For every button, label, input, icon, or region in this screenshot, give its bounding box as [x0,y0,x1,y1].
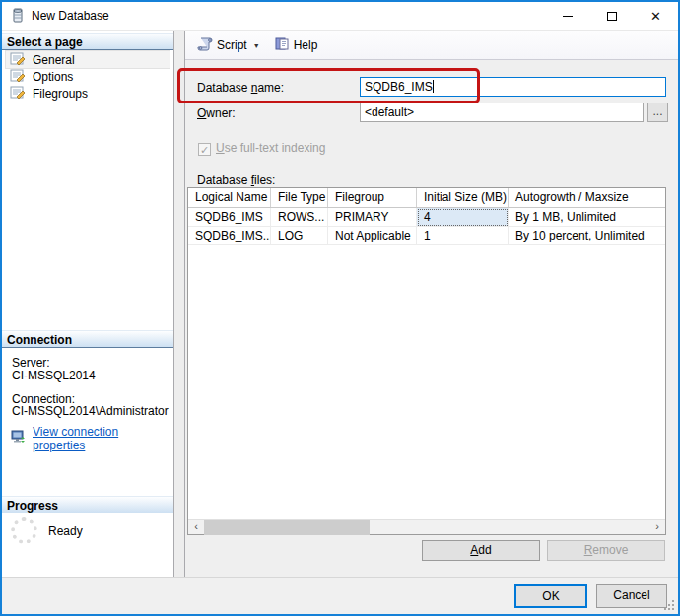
scroll-right-icon[interactable]: › [649,520,665,535]
select-a-page-header: Select a page [2,33,173,50]
script-button[interactable]: Script ▼ [193,34,270,56]
window-title: New Database [32,9,109,23]
column-header-file-type[interactable]: File Type [271,188,328,207]
check-icon: ✓ [200,144,209,156]
text-caret [433,80,434,93]
toolbar: Script ▼ Help [185,31,678,60]
table-row: SQDB6_IMS... LOG Not Applicable 1 By 10 … [188,227,665,245]
connection-header: Connection [2,330,173,348]
page-icon [10,51,26,69]
new-database-dialog: New Database ✕ Select a page [0,0,680,616]
script-label: Script [217,38,247,52]
cell-initial-size[interactable]: 4 [417,208,509,227]
scroll-left-icon[interactable]: ‹ [188,520,204,535]
page-icon [10,68,26,86]
view-connection-properties-link[interactable]: View connection properties [33,425,173,452]
scrollbar-thumb[interactable] [204,520,370,535]
close-button[interactable]: ✕ [634,2,678,30]
maximize-button[interactable] [589,2,634,30]
cell-autogrowth[interactable]: By 1 MB, Unlimited [509,208,665,227]
cell-initial-size[interactable]: 1 [417,227,509,245]
cell-file-type[interactable]: ROWS... [271,208,328,227]
sidebar-item-options[interactable]: Options [6,68,170,85]
fulltext-checkbox: ✓ [198,143,211,156]
column-header-filegroup[interactable]: Filegroup [328,188,417,207]
page-icon [10,85,26,103]
sidebar-item-general[interactable]: General [6,51,170,68]
cell-filegroup[interactable]: PRIMARY [328,208,417,227]
add-button[interactable]: Add [422,540,540,561]
cell-file-type[interactable]: LOG [271,227,328,245]
connection-value: CI-MSSQL2014\Administrator [12,404,169,418]
cell-filegroup[interactable]: Not Applicable [328,227,417,245]
column-header-logical-name[interactable]: Logical Name [188,188,271,207]
progress-status: Ready [48,524,83,538]
window-controls: ✕ [545,2,678,30]
horizontal-scrollbar[interactable]: ‹ › [188,519,665,534]
cell-logical-name[interactable]: SQDB6_IMS [188,208,271,227]
database-files-grid: Logical Name File Type Filegroup Initial… [187,187,666,535]
grid-header-row: Logical Name File Type Filegroup Initial… [188,188,665,208]
column-header-autogrowth[interactable]: Autogrowth / Maxsize [509,188,665,207]
fulltext-label: Use full-text indexing [216,141,325,155]
sidebar-item-label: General [33,53,75,67]
ok-button[interactable]: OK [514,584,587,608]
chevron-down-icon[interactable]: ▼ [253,42,260,49]
progress-spinner-icon [11,517,37,544]
resize-grip[interactable] [672,608,674,610]
sidebar-item-filegroups[interactable]: Filegroups [6,85,170,102]
minimize-button[interactable] [545,2,589,30]
server-value: CI-MSSQL2014 [12,369,96,382]
general-page-panel: Script ▼ Help Da [185,31,678,577]
connection-properties-icon [10,430,27,447]
database-name-input[interactable]: SQDB6_IMS [360,77,666,97]
maximize-icon [607,12,617,21]
sidebar-item-label: Options [33,70,73,84]
help-button[interactable]: Help [270,34,326,56]
owner-label: Owner: [197,103,236,123]
owner-browse-button[interactable]: ... [647,103,668,122]
table-row: SQDB6_IMS ROWS... PRIMARY 4 By 1 MB, Unl… [188,208,665,227]
dialog-footer: OK Cancel [2,577,678,614]
sidebar-item-label: Filegroups [33,87,88,101]
script-icon [197,36,213,54]
page-list: General Options [6,51,170,102]
owner-input[interactable]: <default> [360,103,644,122]
help-label: Help [294,38,318,52]
minimize-icon [563,16,573,17]
column-header-initial-size[interactable]: Initial Size (MB) [417,188,509,207]
progress-header: Progress [2,496,173,513]
database-icon [11,8,25,24]
cell-autogrowth[interactable]: By 10 percent, Unlimited [509,227,665,245]
server-label: Server: [12,356,50,370]
title-bar: New Database ✕ [2,2,678,31]
help-icon [274,36,290,54]
sidebar-splitter[interactable] [173,31,185,577]
cancel-button[interactable]: Cancel [596,584,667,608]
sidebar: Select a page General [2,31,173,577]
cell-logical-name[interactable]: SQDB6_IMS... [188,227,271,245]
remove-button[interactable]: Remove [547,540,665,561]
database-name-label: Database name: [197,78,284,98]
close-icon: ✕ [650,10,661,23]
